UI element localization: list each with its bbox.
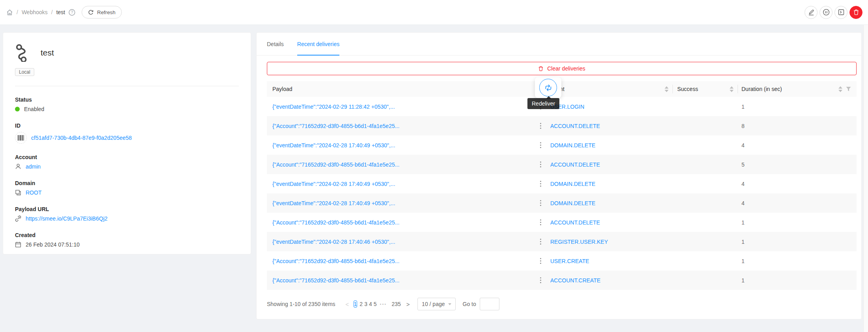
account-link[interactable]: admin	[26, 163, 41, 170]
more-actions-icon[interactable]	[540, 277, 541, 278]
column-header-event[interactable]: Event	[546, 81, 672, 97]
payload-link[interactable]: {"eventDateTime":"2024-02-29 11:28:42 +0…	[272, 104, 395, 110]
payload-link[interactable]: {"Account":"71652d92-d3f0-4855-b6d1-4fa1…	[272, 258, 399, 264]
payload-link[interactable]: {"Account":"71652d92-d3f0-4855-b6d1-4fa1…	[272, 123, 399, 129]
tab-details[interactable]: Details	[267, 33, 284, 56]
table-row: {"eventDateTime":"2024-02-28 17:40:49 +0…	[267, 135, 857, 155]
more-actions-icon[interactable]	[540, 219, 541, 221]
next-page-button[interactable]: >	[403, 301, 413, 308]
more-actions-icon[interactable]	[540, 258, 541, 259]
page-button-1[interactable]: 1	[354, 300, 358, 308]
clear-deliveries-label: Clear deliveries	[547, 65, 585, 72]
goto-page-input[interactable]	[480, 298, 499, 310]
duration-value: 4	[738, 181, 857, 187]
disable-button[interactable]	[820, 6, 833, 19]
page-button-5[interactable]: 5	[374, 301, 377, 307]
payload-url-link[interactable]: https://smee.io/C9LPa7Ei3iB6Qj2	[26, 215, 108, 222]
scrollbar[interactable]	[863, 25, 868, 332]
blocks-icon	[15, 189, 21, 196]
page-button-2[interactable]: 2	[359, 301, 363, 307]
test-delivery-button[interactable]	[834, 6, 848, 19]
top-bar: / Webhooks / test ? Refresh	[0, 0, 868, 25]
domain-link[interactable]: ROOT	[26, 189, 41, 196]
prev-page-button[interactable]: <	[343, 301, 352, 308]
tab-recent-deliveries[interactable]: Recent deliveries	[297, 33, 339, 56]
field-label-status: Status	[15, 96, 239, 103]
table-body: {"eventDateTime":"2024-02-29 11:28:42 +0…	[267, 97, 857, 290]
column-header-duration[interactable]: Duration (in sec)	[738, 81, 857, 97]
sort-icon[interactable]	[838, 86, 842, 92]
more-actions-icon[interactable]	[540, 161, 541, 163]
table-row: {"Account":"71652d92-d3f0-4855-b6d1-4fa1…	[267, 155, 857, 174]
duration-value: 1	[738, 104, 857, 110]
duration-value: 5	[738, 161, 857, 168]
payload-link[interactable]: {"eventDateTime":"2024-02-28 17:40:49 +0…	[272, 200, 395, 206]
webhook-icon	[15, 44, 30, 62]
home-icon[interactable]	[6, 9, 13, 16]
event-link[interactable]: ACCOUNT.DELETE	[550, 219, 600, 226]
field-label-id: ID	[15, 122, 239, 129]
event-link[interactable]: DOMAIN.DELETE	[550, 142, 595, 148]
more-actions-icon[interactable]	[540, 142, 541, 143]
svg-text:?: ?	[71, 10, 73, 15]
calendar-icon	[15, 241, 21, 248]
payload-link[interactable]: {"Account":"71652d92-d3f0-4855-b6d1-4fa1…	[272, 277, 399, 284]
more-actions-icon[interactable]	[540, 239, 541, 240]
payload-link[interactable]: {"eventDateTime":"2024-02-28 17:40:49 +0…	[272, 142, 395, 148]
redeliver-icon	[544, 83, 553, 92]
scope-tag: Local	[15, 68, 34, 76]
page-button-4[interactable]: 4	[369, 301, 372, 307]
duration-value: 4	[738, 142, 857, 148]
chevron-down-icon	[448, 303, 451, 305]
webhook-title: test	[41, 48, 54, 57]
duration-value: 4	[738, 200, 857, 206]
question-circle-icon[interactable]: ?	[69, 9, 75, 16]
table-row: {"Account":"71652d92-d3f0-4855-b6d1-4fa1…	[267, 251, 857, 271]
redeliver-button[interactable]	[539, 79, 557, 96]
breadcrumb-webhooks[interactable]: Webhooks	[22, 9, 48, 15]
event-link[interactable]: DOMAIN.DELETE	[550, 200, 595, 206]
field-label-created: Created	[15, 232, 239, 238]
event-link[interactable]: ACCOUNT.DELETE	[550, 123, 600, 129]
page-size-select[interactable]: 10 / page	[417, 298, 455, 310]
table-row: {"eventDateTime":"2024-02-28 17:40:49 +0…	[267, 193, 857, 213]
duration-value: 1	[738, 277, 857, 284]
table-row: {"eventDateTime":"2024-02-28 17:40:49 +0…	[267, 174, 857, 193]
barcode-icon	[15, 132, 27, 144]
field-label-account: Account	[15, 154, 239, 160]
tab-bar: Details Recent deliveries	[257, 33, 861, 56]
event-link[interactable]: ACCOUNT.DELETE	[550, 161, 600, 168]
code-icon	[838, 9, 845, 16]
sort-icon[interactable]	[730, 86, 734, 92]
webhook-id-link[interactable]: cf51afd7-730b-4db4-87e9-f0a2d205ee58	[31, 135, 132, 141]
filter-icon[interactable]	[846, 87, 851, 91]
trash-icon	[538, 66, 544, 71]
column-header-success[interactable]: Success	[672, 81, 738, 97]
delete-button[interactable]	[849, 6, 862, 19]
more-actions-icon[interactable]	[540, 123, 541, 124]
page-button-3[interactable]: 3	[364, 301, 367, 307]
sort-icon[interactable]	[665, 86, 669, 92]
event-link[interactable]: DOMAIN.DELETE	[550, 181, 595, 187]
event-link[interactable]: REGISTER.USER.KEY	[550, 239, 608, 245]
more-actions-icon[interactable]	[540, 200, 541, 201]
event-link[interactable]: USER.CREATE	[550, 258, 589, 264]
event-link[interactable]: ACCOUNT.CREATE	[550, 277, 600, 284]
payload-link[interactable]: {"Account":"71652d92-d3f0-4855-b6d1-4fa1…	[272, 219, 399, 226]
status-dot	[15, 107, 20, 111]
breadcrumb-separator: /	[51, 9, 53, 15]
more-actions-icon[interactable]	[540, 181, 541, 182]
webhook-info-panel: test Local Status Enabled ID cf51afd7-73…	[3, 32, 251, 254]
redeliver-tooltip: Redeliver	[527, 98, 559, 109]
payload-link[interactable]: {"eventDateTime":"2024-02-28 17:40:46 +0…	[272, 239, 395, 245]
payload-link[interactable]: {"eventDateTime":"2024-02-28 17:40:49 +0…	[272, 181, 395, 187]
clear-deliveries-button[interactable]: Clear deliveries	[267, 62, 857, 75]
pause-circle-icon	[823, 9, 830, 16]
edit-button[interactable]	[805, 6, 818, 19]
refresh-button[interactable]: Refresh	[82, 6, 122, 19]
last-page-button[interactable]: 235	[391, 301, 401, 307]
breadcrumb-separator: /	[17, 9, 18, 15]
trash-icon	[853, 9, 859, 15]
pagination-ellipsis[interactable]: •••	[380, 302, 387, 306]
payload-link[interactable]: {"Account":"71652d92-d3f0-4855-b6d1-4fa1…	[272, 161, 399, 168]
